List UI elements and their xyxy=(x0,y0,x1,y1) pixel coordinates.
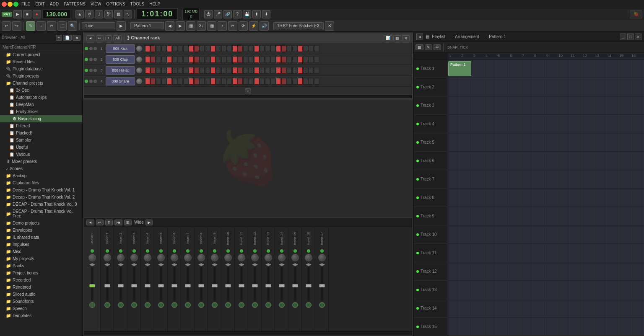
grid-cell-11-9[interactable] xyxy=(558,262,570,280)
sidebar-item-decap-free[interactable]: 📁DECAP - Drums That Knock Vol. Free xyxy=(0,208,82,220)
mixer-led-12[interactable] xyxy=(253,249,257,253)
sidebar-item-sliced-audio[interactable]: 📁Sliced audio xyxy=(0,291,82,298)
pad-2-6[interactable] xyxy=(178,56,183,63)
track-grid-row-0[interactable]: Pattern 1 xyxy=(447,59,644,78)
pad-2-15[interactable] xyxy=(227,56,232,63)
grid-cell-6-10[interactable] xyxy=(570,170,582,188)
track-label-row-2[interactable]: Track 3 xyxy=(414,96,447,115)
grid-cell-6-3[interactable] xyxy=(484,170,496,188)
pad-3-22[interactable] xyxy=(265,67,270,74)
grid-cell-4-15[interactable] xyxy=(632,133,644,151)
menu-add[interactable]: ADD xyxy=(48,1,61,7)
pad-1-14[interactable] xyxy=(221,45,226,52)
grid-cell-8-11[interactable] xyxy=(582,207,595,225)
grid-cell-14-8[interactable] xyxy=(546,318,558,336)
grid-cell-13-6[interactable] xyxy=(521,299,533,317)
pad-2-7[interactable] xyxy=(183,56,188,63)
grid-cell-14-0[interactable] xyxy=(447,318,460,336)
ch-pads-1[interactable] xyxy=(143,45,412,52)
pad-3-18[interactable] xyxy=(243,67,248,74)
grid-cell-4-1[interactable] xyxy=(460,133,472,151)
grid-cell-8-3[interactable] xyxy=(484,207,496,225)
grid-cell-4-0[interactable] xyxy=(447,133,460,151)
pad-3-7[interactable] xyxy=(183,67,188,74)
mixer-send-5[interactable] xyxy=(158,302,164,308)
grid-cell-13-11[interactable] xyxy=(582,299,595,317)
mixer-lr-0[interactable]: ◀▶ xyxy=(89,262,95,266)
track-grid-row-10[interactable] xyxy=(447,244,644,262)
pad-1-4[interactable] xyxy=(167,45,172,52)
grid-cell-4-2[interactable] xyxy=(472,133,484,151)
grid-cell-11-15[interactable] xyxy=(632,262,644,280)
mixer-scrollbar[interactable] xyxy=(84,331,412,335)
close-btn[interactable] xyxy=(2,2,7,7)
sidebar-item-fruity-slicer[interactable]: 📋Fruity Slicer xyxy=(0,108,82,115)
track-label-row-8[interactable]: Track 9 xyxy=(414,207,447,225)
mixer-track-6[interactable]: Insert 6◀▶ xyxy=(168,227,181,331)
mixer-fader-thumb-0[interactable] xyxy=(89,284,95,287)
mixer-send-1[interactable] xyxy=(104,302,110,308)
pad-2-20[interactable] xyxy=(254,56,259,63)
mixer-fader-thumb-13[interactable] xyxy=(265,284,271,287)
pad-4-21[interactable] xyxy=(260,78,265,85)
pad-1-12[interactable] xyxy=(210,45,216,52)
mixer-knob-12[interactable] xyxy=(251,254,259,261)
mixer-fader-thumb-7[interactable] xyxy=(185,284,191,287)
sidebar-item-various[interactable]: 📋Various xyxy=(0,151,82,158)
sidebar-item-useful[interactable]: 📋Useful xyxy=(0,144,82,151)
wave-btn[interactable]: ∿ xyxy=(124,10,132,18)
track-label-row-5[interactable]: Track 6 xyxy=(414,152,447,170)
sidebar-item-plugin-database[interactable]: 🔌Plugin database xyxy=(0,65,82,72)
grid-cell-12-13[interactable] xyxy=(607,281,619,299)
steps-btn[interactable]: ▦ xyxy=(114,10,122,18)
mixer-lr-11[interactable]: ◀▶ xyxy=(239,262,244,266)
grid-cell-10-4[interactable] xyxy=(496,244,509,262)
grid-cell-6-7[interactable] xyxy=(533,170,545,188)
mixer-fader-thumb-5[interactable] xyxy=(158,284,164,287)
mixer-track-9[interactable]: Insert 9◀▶ xyxy=(208,227,221,331)
minimize-btn[interactable] xyxy=(8,2,13,7)
grid-cell-13-4[interactable] xyxy=(496,299,509,317)
grid-cell-13-12[interactable] xyxy=(595,299,607,317)
pad-2-31[interactable] xyxy=(314,56,319,63)
mixer-track-15[interactable]: Insert 15◀▶ xyxy=(288,227,302,331)
mixer-knob-4[interactable] xyxy=(144,254,151,261)
mixer-track-4[interactable]: Insert 4◀▶ xyxy=(141,227,154,331)
pad-4-30[interactable] xyxy=(309,78,314,85)
mixer-fader-thumb-1[interactable] xyxy=(104,284,110,287)
mixer-fader-thumb-16[interactable] xyxy=(306,284,312,287)
grid-cell-10-8[interactable] xyxy=(546,244,558,262)
grid-cell-3-14[interactable] xyxy=(619,115,631,133)
grid-cell-4-11[interactable] xyxy=(582,133,595,151)
mixer-led-3[interactable] xyxy=(132,249,136,253)
grid-cell-3-10[interactable] xyxy=(570,115,582,133)
grid-cell-3-12[interactable] xyxy=(595,115,607,133)
record-button[interactable]: ● xyxy=(33,10,41,18)
ch-ctrl1-2[interactable] xyxy=(89,58,93,61)
grid-cell-3-5[interactable] xyxy=(509,115,521,133)
grid-cell-8-2[interactable] xyxy=(472,207,484,225)
pad-2-4[interactable] xyxy=(167,56,172,63)
pad-2-27[interactable] xyxy=(292,56,297,63)
grid-cell-8-7[interactable] xyxy=(533,207,545,225)
pad-4-1[interactable] xyxy=(151,78,156,85)
grid-cell-9-14[interactable] xyxy=(619,225,631,243)
mixer-fader-thumb-3[interactable] xyxy=(131,284,137,287)
pattern-m4[interactable]: ✂ xyxy=(228,21,237,31)
grid-cell-11-0[interactable] xyxy=(447,262,460,280)
grid-cell-12-9[interactable] xyxy=(558,281,570,299)
grid-cell-9-12[interactable] xyxy=(595,225,607,243)
grid-cell-6-5[interactable] xyxy=(509,170,521,188)
grid-cell-4-8[interactable] xyxy=(546,133,558,151)
grid-cell-5-5[interactable] xyxy=(509,152,521,170)
grid-cell-2-9[interactable] xyxy=(558,96,570,114)
track-label-row-6[interactable]: Track 7 xyxy=(414,170,447,189)
mixer-lr-5[interactable]: ◀▶ xyxy=(158,262,164,266)
mixer-send-14[interactable] xyxy=(279,302,285,308)
sidebar-item-envelopes[interactable]: 📁Envelopes xyxy=(0,227,82,234)
mixer-track-11[interactable]: Insert 11◀▶ xyxy=(235,227,248,331)
mixer-fader-track-8[interactable] xyxy=(200,267,203,301)
ch-pads-2[interactable] xyxy=(143,56,412,63)
grid-cell-9-11[interactable] xyxy=(582,225,595,243)
bpm-display[interactable]: 130.000 xyxy=(42,10,71,19)
